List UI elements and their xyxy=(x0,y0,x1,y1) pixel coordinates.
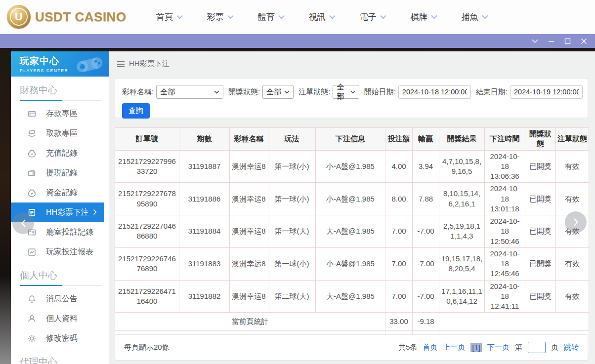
chevron-down-icon xyxy=(284,90,290,94)
table-cell: 已開獎 xyxy=(525,183,556,215)
chevron-left-icon xyxy=(21,219,26,228)
sidebar-item-deposit[interactable]: 存款專區 xyxy=(11,104,109,123)
start-date-input[interactable] xyxy=(398,85,471,99)
nav-item-fishing[interactable]: 捕魚 xyxy=(462,11,488,23)
end-date-input[interactable] xyxy=(510,85,583,99)
sidebar-item-withdraw[interactable]: 取款專區 xyxy=(11,123,109,143)
table-cell: 2152172922674676890 xyxy=(115,247,179,280)
panel-expand-button[interactable] xyxy=(565,211,587,233)
funds-record-icon xyxy=(27,188,36,197)
player-report-icon xyxy=(27,247,36,256)
minimize-icon[interactable] xyxy=(548,38,554,44)
table-cell: 7.88 xyxy=(413,183,439,215)
pagination-bar: 每頁顯示20條 共5条 首页 上一页 [1] 下一页 第 页 跳转 xyxy=(115,334,588,361)
table-body: 215217292279963372031191887澳洲幸运8第一球(小)小-… xyxy=(115,150,589,313)
table-cell: 第二球(大) xyxy=(268,280,316,313)
app-window: U USDT CASINO 首頁 彩票 體育 視訊 電子 xyxy=(0,0,595,364)
nav-item-cards[interactable]: 棋牌 xyxy=(411,11,437,23)
end-date-label: 結束日期: xyxy=(476,87,508,97)
maximize-icon[interactable] xyxy=(564,38,571,44)
sidebar-item-recharge-record[interactable]: 充值記錄 xyxy=(11,143,109,163)
table-cell: 4.00 xyxy=(385,150,413,183)
table-cell: 2152172922767895890 xyxy=(115,183,179,215)
nav-item-lottery[interactable]: 彩票 xyxy=(207,11,234,23)
table-cell: 已開獎 xyxy=(525,280,556,313)
nav-item-sports[interactable]: 體育 xyxy=(258,11,285,23)
table-cell: 3.94 xyxy=(413,150,439,183)
total-count-text: 共5条 xyxy=(398,343,417,352)
table-cell: 31191883 xyxy=(179,247,230,280)
collapse-chevron-icon[interactable] xyxy=(532,39,538,43)
sidebar-item-player-report[interactable]: 玩家投注報表 xyxy=(11,242,109,262)
prev-page-link[interactable]: 上一页 xyxy=(443,343,465,352)
col-draw-result: 開獎結果 xyxy=(439,128,485,151)
logo-text: USDT CASINO xyxy=(35,9,127,25)
window-titlebar xyxy=(0,34,595,48)
sidebar-collapse-button[interactable] xyxy=(12,212,34,234)
draw-status-label: 開獎狀態: xyxy=(228,87,260,97)
sidebar-item-change-password[interactable]: 修改密碼 xyxy=(11,328,109,348)
col-lottery-name: 彩種名稱 xyxy=(230,128,268,151)
table-row: 215217292270468688031191884澳洲幸运8第一球(大)大-… xyxy=(115,215,589,248)
page-number-input[interactable] xyxy=(528,342,546,353)
chevron-down-icon xyxy=(329,15,336,19)
order-status-select[interactable]: 全部 xyxy=(333,85,359,99)
table-row: 215217292264711640031191882澳洲幸运8第二球(大)大-… xyxy=(115,280,589,313)
table-cell: 2024-10-18 12:50:46 xyxy=(485,215,525,248)
draw-status-select[interactable]: 全部 xyxy=(262,85,294,99)
sidebar-item-withdrawal-record[interactable]: 提現記錄 xyxy=(11,163,109,183)
table-cell: 澳洲幸运8 xyxy=(230,215,268,248)
chevron-down-icon xyxy=(214,90,219,94)
sidebar-item-announcements[interactable]: 消息公告 xyxy=(11,289,109,309)
col-bet-time: 下注時間 xyxy=(485,128,525,151)
table-cell: 2024-10-18 12:41:11 xyxy=(485,280,525,313)
chevron-down-icon xyxy=(431,15,437,19)
nav-item-live[interactable]: 視訊 xyxy=(309,11,336,23)
col-play-type: 玩法 xyxy=(268,128,316,151)
start-date-label: 開始日期: xyxy=(364,87,396,97)
page-size-text: 每頁顯示20條 xyxy=(124,343,170,352)
table-cell: 有效 xyxy=(556,183,589,215)
bets-table: 訂單號 期數 彩種名稱 玩法 下注信息 投注額 輸贏 開獎結果 下注時間 開獎狀… xyxy=(115,127,589,349)
recharge-record-icon xyxy=(27,149,36,158)
close-icon[interactable] xyxy=(581,38,587,44)
site-logo[interactable]: U USDT CASINO xyxy=(7,5,127,29)
table-cell: 澳洲幸运8 xyxy=(230,247,268,280)
table-cell: 7.00 xyxy=(385,215,413,248)
table-cell: 小-A盤@1.985 xyxy=(316,183,385,215)
page-title: HH彩票下注 xyxy=(129,59,170,69)
jump-suffix-text: 页 xyxy=(551,343,558,352)
table-cell: 31191884 xyxy=(179,215,230,248)
sidebar-item-funds-record[interactable]: 資金記錄 xyxy=(11,183,109,202)
col-win-loss: 輸贏 xyxy=(413,128,439,151)
table-cell: 7.00 xyxy=(385,247,413,280)
table-cell: -7.00 xyxy=(413,247,439,280)
table-cell: 2024-10-18 13:06:36 xyxy=(485,150,525,183)
pagination-controls: 共5条 首页 上一页 [1] 下一页 第 页 跳转 xyxy=(398,342,579,353)
next-page-link[interactable]: 下一页 xyxy=(487,343,510,352)
nav-item-slots[interactable]: 電子 xyxy=(360,11,386,23)
jump-button[interactable]: 跳转 xyxy=(564,343,579,352)
chevron-down-icon xyxy=(278,15,285,19)
table-cell: 小-A盤@1.985 xyxy=(316,150,385,183)
table-cell: 已開獎 xyxy=(525,215,556,248)
table-cell: 17,1,16,11,10,6,14,12 xyxy=(439,280,485,313)
lottery-select[interactable]: 全部 xyxy=(156,85,223,99)
table-header: 訂單號 期數 彩種名稱 玩法 下注信息 投注額 輸贏 開獎結果 下注時間 開獎狀… xyxy=(115,128,589,151)
hamburger-menu-icon[interactable] xyxy=(117,61,125,67)
col-order-no: 訂單號 xyxy=(115,128,179,151)
first-page-link[interactable]: 首页 xyxy=(423,343,437,352)
chevron-down-icon xyxy=(380,15,386,19)
table-cell: 8,10,15,14,6,2,16,1 xyxy=(439,183,485,215)
nav-item-home[interactable]: 首頁 xyxy=(156,11,183,23)
table-cell: 2024-10-18 13:01:18 xyxy=(485,183,525,215)
table-cell: 已開獎 xyxy=(525,150,556,183)
search-button[interactable]: 查詢 xyxy=(122,103,150,119)
table-cell: 31191887 xyxy=(179,150,230,183)
sidebar-item-profile[interactable]: 個人資料 xyxy=(11,309,109,328)
gear-icon xyxy=(27,334,36,343)
summary-bet-total: 33.00 xyxy=(385,313,413,331)
table-cell: 2152172922799633720 xyxy=(115,150,179,183)
table-cell: 第一球(小) xyxy=(268,247,316,280)
filter-panel: 彩種名稱: 全部 開獎狀態: 全部 注單狀態: 全部 開始日期: 結束日期: xyxy=(115,78,588,118)
